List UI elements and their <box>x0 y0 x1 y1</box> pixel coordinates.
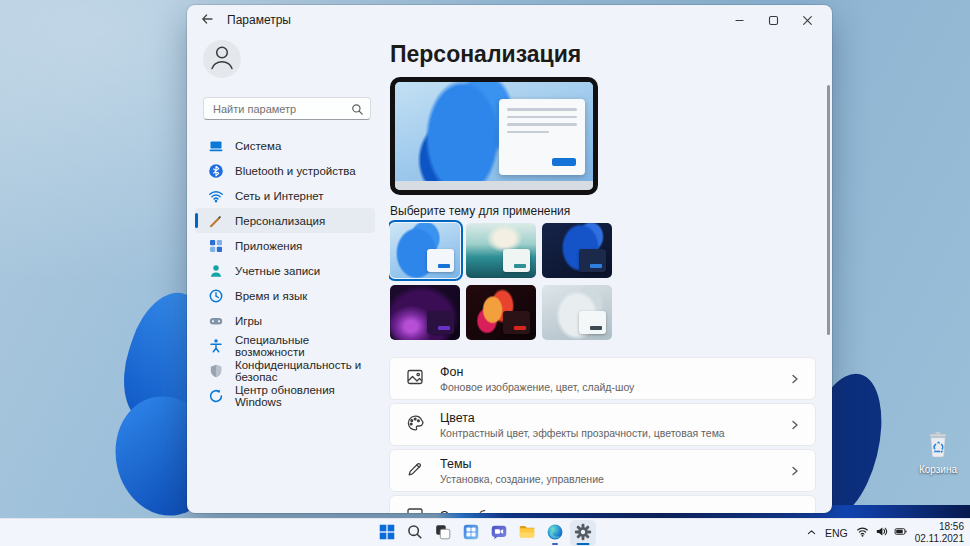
sidebar-item-label: Персонализация <box>235 215 325 227</box>
window-title: Параметры <box>227 13 291 27</box>
recycle-bin-icon <box>925 445 951 462</box>
widgets-button[interactable] <box>458 520 484 546</box>
edge-icon <box>545 522 565 545</box>
theme-thumbnail-windows-dark[interactable] <box>542 223 612 278</box>
volume-icon <box>875 524 888 542</box>
preview-accent-button <box>552 158 576 166</box>
time-language-icon <box>208 288 224 304</box>
clock[interactable]: 18:56 02.11.2021 <box>915 521 964 546</box>
sidebar-item-apps[interactable]: Приложения <box>195 233 375 258</box>
sidebar-item-windows-update[interactable]: Центр обновления Windows <box>195 383 375 408</box>
theme-thumbnail-light-flow[interactable] <box>542 285 612 340</box>
sidebar-item-label: Игры <box>235 315 262 327</box>
sidebar-item-label: Специальные возможности <box>235 334 375 358</box>
taskbar: ENG 18:56 02.11.2021 <box>0 518 970 546</box>
user-icon <box>203 38 241 80</box>
accessibility-icon <box>208 338 224 354</box>
theme-thumbnail-dark-flower[interactable] <box>466 285 536 340</box>
active-indicator <box>577 543 590 546</box>
widgets-icon <box>461 522 481 545</box>
settings-window: Параметры <box>187 5 832 513</box>
tray-date: 02.11.2021 <box>915 533 964 544</box>
sidebar-item-label: Конфиденциальность и безопас <box>235 359 375 383</box>
sidebar-nav: Система Bluetooth и устройства Сеть и Ин… <box>195 133 375 408</box>
privacy-icon <box>208 363 224 379</box>
maximize-button[interactable] <box>756 5 790 35</box>
theme-thumbnail-violet-glow[interactable] <box>390 285 460 340</box>
edge-button[interactable] <box>542 520 568 546</box>
task-view-button[interactable] <box>430 520 456 546</box>
sidebar-item-label: Время и язык <box>235 290 307 302</box>
card-title: Темы <box>440 457 604 471</box>
sidebar-item-accounts[interactable]: Учетные записи <box>195 258 375 283</box>
sidebar-item-label: Центр обновления Windows <box>235 384 375 408</box>
close-button[interactable] <box>790 5 824 35</box>
sidebar-item-label: Система <box>235 140 281 152</box>
windows-start-icon <box>377 522 397 545</box>
windows-update-icon <box>208 388 224 404</box>
sidebar-item-privacy-security[interactable]: Конфиденциальность и безопас <box>195 358 375 383</box>
sidebar-item-bluetooth-devices[interactable]: Bluetooth и устройства <box>195 158 375 183</box>
network-icon <box>208 188 224 204</box>
sidebar-item-network-internet[interactable]: Сеть и Интернет <box>195 183 375 208</box>
tray-time: 18:56 <box>939 521 964 532</box>
sidebar: Система Bluetooth и устройства Сеть и Ин… <box>195 35 375 513</box>
sidebar-item-time-language[interactable]: Время и язык <box>195 283 375 308</box>
personalization-icon <box>208 213 224 229</box>
tray-status-icons[interactable] <box>856 524 907 542</box>
chevron-right-icon <box>789 511 801 514</box>
sidebar-item-label: Сеть и Интернет <box>235 190 324 202</box>
tray-chevron-up-icon[interactable] <box>806 524 817 542</box>
gear-icon <box>573 522 593 545</box>
settings-card-colors[interactable]: ЦветаКонтрастный цвет, эффекты прозрачно… <box>389 403 816 446</box>
settings-card-background[interactable]: ФонФоновое изображение, цвет, слайд-шоу <box>389 357 816 400</box>
theme-picker-label: Выберите тему для применения <box>390 204 570 218</box>
avatar <box>203 40 241 78</box>
card-subtitle: Установка, создание, управление <box>440 473 604 485</box>
minimize-button[interactable] <box>722 5 756 35</box>
system-tray: ENG 18:56 02.11.2021 <box>806 519 964 546</box>
search-button[interactable] <box>402 520 428 546</box>
chat-button[interactable] <box>486 520 512 546</box>
sidebar-item-label: Учетные записи <box>235 265 320 277</box>
search-box <box>203 97 371 120</box>
language-indicator[interactable]: ENG <box>825 527 848 539</box>
running-indicator <box>552 543 558 546</box>
start-button[interactable] <box>374 520 400 546</box>
file-explorer-button[interactable] <box>514 520 540 546</box>
wifi-icon <box>856 524 869 542</box>
scrollbar[interactable] <box>827 85 830 335</box>
titlebar: Параметры <box>187 5 832 35</box>
sidebar-item-personalization[interactable]: Персонализация <box>195 208 375 233</box>
recycle-bin[interactable]: Корзина <box>917 431 959 475</box>
search-icon <box>351 102 364 120</box>
card-subtitle: Фоновое изображение, цвет, слайд-шоу <box>440 381 634 393</box>
file-explorer-icon <box>517 522 537 545</box>
sidebar-item-accessibility[interactable]: Специальные возможности <box>195 333 375 358</box>
lock-screen-icon <box>405 505 425 514</box>
search-input[interactable] <box>203 97 371 120</box>
theme-preview-monitor <box>390 77 598 195</box>
settings-card-lock-screen[interactable]: Экран блокировки <box>389 495 816 513</box>
settings-button[interactable] <box>570 520 596 546</box>
gaming-icon <box>208 313 224 329</box>
theme-thumbnail-windows-light[interactable] <box>390 223 460 278</box>
sidebar-item-label: Приложения <box>235 240 302 252</box>
background-icon <box>405 367 425 391</box>
card-title: Экран блокировки <box>440 509 545 514</box>
apps-icon <box>208 238 224 254</box>
theme-thumbnail-sunrise-coast[interactable] <box>466 223 536 278</box>
back-arrow-icon <box>200 12 214 29</box>
back-button[interactable] <box>200 12 214 29</box>
recycle-bin-label: Корзина <box>917 464 959 475</box>
settings-card-themes[interactable]: ТемыУстановка, создание, управление <box>389 449 816 492</box>
preview-taskbar <box>395 181 593 190</box>
bluetooth-icon <box>208 163 224 179</box>
preview-window-card <box>499 99 585 175</box>
sidebar-item-label: Bluetooth и устройства <box>235 165 356 177</box>
card-title: Цвета <box>440 411 725 425</box>
sidebar-item-gaming[interactable]: Игры <box>195 308 375 333</box>
page-title: Персонализация <box>390 41 581 68</box>
system-icon <box>208 138 224 154</box>
sidebar-item-system[interactable]: Система <box>195 133 375 158</box>
